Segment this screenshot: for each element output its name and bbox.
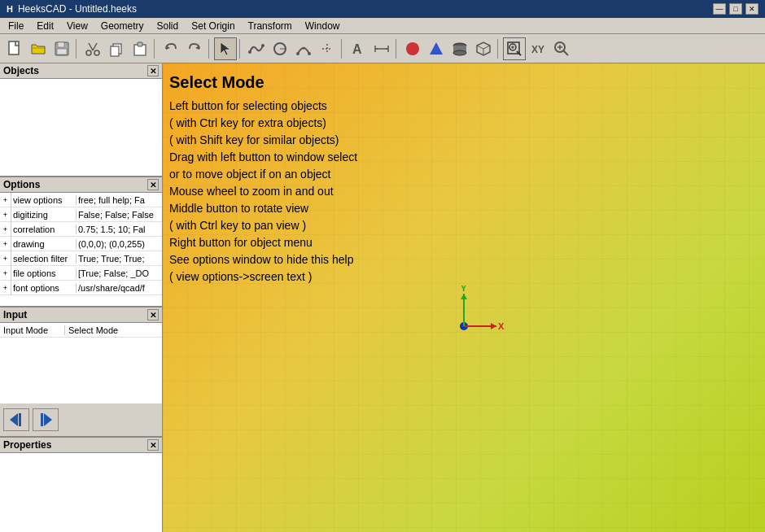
dimension-button[interactable] <box>370 37 393 60</box>
option-row[interactable]: + drawing (0,0,0); (0,0,255) <box>0 237 162 251</box>
titlebar-controls[interactable]: — □ ✕ <box>713 3 758 15</box>
cone-button[interactable] <box>425 37 448 60</box>
svg-line-4 <box>89 43 93 50</box>
sep7 <box>497 39 501 59</box>
cut-icon <box>85 41 101 57</box>
svg-marker-14 <box>221 42 230 55</box>
select-button[interactable] <box>214 37 237 60</box>
svg-line-36 <box>477 46 483 49</box>
options-title: Options <box>3 179 40 190</box>
back-button[interactable] <box>3 408 29 431</box>
copy-icon <box>108 41 125 57</box>
redo-button[interactable] <box>183 37 206 60</box>
toolbar: A <box>0 34 765 63</box>
maximize-button[interactable]: □ <box>729 3 742 15</box>
pattern-button[interactable] <box>316 37 339 60</box>
close-button[interactable]: ✕ <box>745 3 758 15</box>
menu-window[interactable]: Window <box>299 18 347 33</box>
minimize-button[interactable]: — <box>713 3 726 15</box>
sphere-icon <box>404 41 421 57</box>
option-value: (0,0,0); (0,0,255) <box>76 239 162 249</box>
objects-close[interactable]: ✕ <box>147 65 159 76</box>
cylinder-button[interactable] <box>448 37 471 60</box>
input-title: Input <box>3 309 27 321</box>
option-row[interactable]: + selection filter True; True; True; <box>0 251 162 266</box>
instruction-1: Left button for selecting objects <box>169 98 357 115</box>
properties-content[interactable] <box>0 453 162 532</box>
properties-panel: Properties ✕ <box>0 438 162 532</box>
option-expand[interactable]: + <box>0 193 11 207</box>
sep5 <box>341 39 344 59</box>
option-expand[interactable]: + <box>0 251 11 266</box>
canvas-area[interactable]: Select Mode Left button for selecting ob… <box>163 63 765 532</box>
menu-view[interactable]: View <box>60 18 94 33</box>
zoom-in-button[interactable] <box>550 37 573 60</box>
circle-button[interactable] <box>269 37 291 60</box>
svg-point-21 <box>303 46 305 49</box>
new-button[interactable] <box>3 37 26 60</box>
option-row[interactable]: + view options free; full help; Fa <box>0 193 162 207</box>
input-close[interactable]: ✕ <box>147 309 159 321</box>
option-row[interactable]: + file options [True; False; _DO <box>0 266 162 281</box>
svg-point-19 <box>296 52 299 55</box>
menu-set-origin[interactable]: Set Origin <box>185 18 241 33</box>
option-name: correlation <box>11 225 76 234</box>
option-name: digitizing <box>11 210 76 220</box>
menu-transform[interactable]: Transform <box>242 18 299 33</box>
objects-content[interactable] <box>0 79 162 176</box>
option-expand[interactable]: + <box>0 237 11 251</box>
arc-button[interactable] <box>292 37 315 60</box>
save-icon <box>54 41 70 57</box>
text-button[interactable]: A <box>347 37 369 60</box>
instruction-7: Middle button to rotate view <box>169 200 357 217</box>
menu-file[interactable]: File <box>2 18 30 33</box>
instruction-3: ( with Shift key for similar objects) <box>169 132 357 149</box>
option-name: file options <box>11 268 76 278</box>
input-buttons <box>0 403 162 436</box>
main-area: Objects ✕ Options ✕ + view options free;… <box>0 63 765 532</box>
instruction-8: ( with Ctrl key to pan view ) <box>169 217 357 234</box>
forward-button[interactable] <box>33 408 59 431</box>
back-icon <box>7 410 26 430</box>
option-expand[interactable]: + <box>0 266 11 281</box>
options-close[interactable]: ✕ <box>147 179 159 190</box>
option-expand[interactable]: + <box>0 222 11 237</box>
sep4 <box>239 39 243 59</box>
app-icon: H <box>7 4 13 14</box>
instruction-11: ( view options->screen text ) <box>169 268 357 286</box>
sep2 <box>154 39 157 59</box>
text-icon: A <box>350 41 366 57</box>
menu-geometry[interactable]: Geometry <box>94 18 151 33</box>
svg-point-30 <box>406 42 419 55</box>
properties-close[interactable]: ✕ <box>147 439 159 451</box>
properties-header: Properties ✕ <box>0 438 162 453</box>
zoom-all-button[interactable]: XY <box>527 37 549 60</box>
option-row[interactable]: + digitizing False; False; False <box>0 207 162 222</box>
save-button[interactable] <box>50 37 73 60</box>
undo-button[interactable] <box>160 37 182 60</box>
box-button[interactable] <box>472 37 495 60</box>
option-expand[interactable]: + <box>0 207 11 222</box>
curve-button[interactable] <box>245 37 268 60</box>
instruction-2: ( with Ctrl key for extra objects) <box>169 115 357 132</box>
copy-button[interactable] <box>105 37 128 60</box>
svg-point-7 <box>94 50 99 55</box>
instruction-10: See options window to hide this help <box>169 251 357 268</box>
sphere-button[interactable] <box>401 37 424 60</box>
svg-rect-3 <box>57 49 67 55</box>
options-panel: Options ✕ + view options free; full help… <box>0 177 162 307</box>
option-row[interactable]: + font options /usr/share/qcad/f <box>0 281 162 295</box>
open-button[interactable] <box>27 37 50 60</box>
zoom-window-button[interactable] <box>503 37 526 60</box>
svg-line-5 <box>93 43 97 50</box>
option-expand[interactable]: + <box>0 281 11 295</box>
menu-edit[interactable]: Edit <box>30 18 60 33</box>
option-row[interactable]: + correlation 0.75; 1.5; 10; Fal <box>0 222 162 237</box>
menu-solid[interactable]: Solid <box>151 18 186 33</box>
options-content[interactable]: + view options free; full help; Fa + dig… <box>0 193 162 306</box>
cut-button[interactable] <box>81 37 104 60</box>
dimension-icon <box>374 41 390 57</box>
titlebar-left: H HeeksCAD - Untitled.heeks <box>7 3 137 15</box>
paste-button[interactable] <box>129 37 151 60</box>
paste-icon <box>132 41 148 57</box>
